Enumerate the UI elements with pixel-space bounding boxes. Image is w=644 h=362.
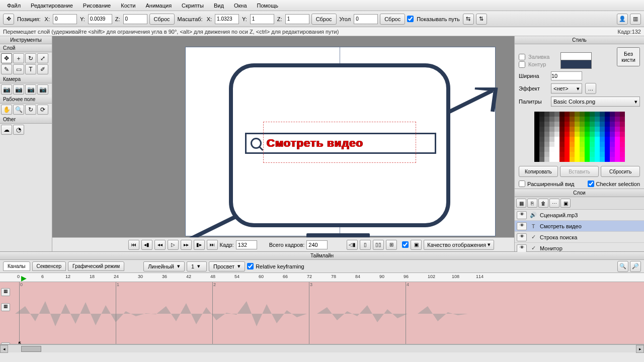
timeline-scrollbar[interactable]: ◂ ▸ <box>0 344 644 352</box>
display-quality-dropdown[interactable]: Качество отображения▾ <box>424 240 494 250</box>
scale-tool[interactable]: ⤢ <box>37 53 48 63</box>
relative-kf-check[interactable] <box>247 263 254 269</box>
timeline-tracks[interactable]: ▦ ▦ ▦ 01234 ↖ Масштабированние слоя <box>0 282 644 344</box>
total-frames-input[interactable] <box>306 240 328 249</box>
scale-reset-button[interactable]: Сброс <box>311 14 337 25</box>
other-2[interactable]: ◔ <box>13 125 24 135</box>
layer-menu-button[interactable]: ⋯ <box>549 199 559 208</box>
copy-button[interactable]: Копировать <box>519 166 558 177</box>
reset-style-button[interactable]: Сбросить <box>601 166 640 177</box>
advanced-view-check[interactable] <box>519 180 525 187</box>
play-button[interactable]: ▷ <box>168 240 179 250</box>
user-icon[interactable]: 👤 <box>617 14 628 25</box>
view-check[interactable] <box>402 241 409 248</box>
view-four[interactable]: ⊞ <box>386 240 397 250</box>
new-layer-button[interactable]: ▦ <box>516 199 526 208</box>
rewind-start-button[interactable]: ⏮ <box>128 240 139 250</box>
gap-dropdown[interactable]: Просвет▾ <box>209 261 245 272</box>
pos-x-input[interactable] <box>53 14 77 24</box>
pos-y-input[interactable] <box>88 14 112 24</box>
menu-view[interactable]: Вид <box>209 1 229 10</box>
scale-y-input[interactable] <box>250 14 274 24</box>
menu-scripts[interactable]: Скрипты <box>177 1 209 10</box>
library-icon[interactable]: ▥ <box>630 14 641 25</box>
orbit-tool[interactable]: ↻ <box>25 105 36 115</box>
playhead-icon[interactable]: ▶ <box>21 274 27 282</box>
angle-input[interactable] <box>354 14 378 24</box>
eyedrop-tool[interactable]: ✐ <box>37 64 48 74</box>
menu-anim[interactable]: Анимация <box>140 1 177 10</box>
step-dropdown[interactable]: 1▾ <box>187 261 207 272</box>
effect-dropdown[interactable]: <нет>▾ <box>551 83 582 94</box>
menu-file[interactable]: Файл <box>2 1 26 10</box>
next-key-button[interactable]: ▸▸ <box>181 240 192 250</box>
del-layer-button[interactable]: 🗑 <box>538 199 548 208</box>
layer-row[interactable]: 👁TСмотреть видео <box>515 221 644 232</box>
tab-graph[interactable]: Графический режим <box>68 261 124 271</box>
stroke-swatch[interactable] <box>560 60 592 69</box>
view-two[interactable]: ▯▯ <box>373 240 384 250</box>
move-tool[interactable]: ＋ <box>13 53 24 63</box>
menu-bones[interactable]: Кости <box>116 1 140 10</box>
showpath-checkbox[interactable] <box>407 16 414 22</box>
layer-extra-button[interactable]: ▣ <box>560 199 571 208</box>
move-icon[interactable]: ✥ <box>3 14 14 25</box>
scroll-right-button[interactable]: ▸ <box>636 345 644 353</box>
menu-edit[interactable]: Редактирование <box>26 1 78 10</box>
scroll-thumb[interactable] <box>21 346 41 352</box>
crop-button[interactable]: ▣ <box>411 240 422 250</box>
interpolation-dropdown[interactable]: Линейный▾ <box>143 261 185 272</box>
zoom-tool[interactable]: 🔍 <box>13 105 24 115</box>
cam-3[interactable]: 📷 <box>25 84 36 95</box>
paste-button[interactable]: Вставить <box>560 166 599 177</box>
tab-channels[interactable]: Каналы <box>3 261 30 271</box>
layer-row[interactable]: 👁🔊Сценарий.mp3 <box>515 210 644 221</box>
zoom-in-tl[interactable]: 🔍 <box>617 261 628 272</box>
zoom-out-tl[interactable]: 🔎 <box>630 261 641 272</box>
timeline-ruler[interactable]: ▶ 06121824303642485460667278849096102108… <box>0 273 644 282</box>
stroke-check[interactable] <box>519 61 525 68</box>
visibility-icon[interactable]: 👁 <box>517 244 527 252</box>
visibility-icon[interactable]: 👁 <box>517 233 527 241</box>
cam-1[interactable]: 📷 <box>1 84 12 95</box>
other-1[interactable]: ☁ <box>1 125 12 135</box>
color-palette[interactable] <box>534 112 625 162</box>
visibility-icon[interactable]: 👁 <box>517 211 527 219</box>
width-input[interactable] <box>551 71 582 80</box>
track-icon-2[interactable]: ▦ <box>1 303 10 311</box>
pen-tool[interactable]: ✎ <box>1 64 12 74</box>
loop-button[interactable]: ◁▮ <box>347 240 358 250</box>
effect-settings-button[interactable]: … <box>585 83 596 94</box>
track-icon-1[interactable]: ▦ <box>1 288 10 296</box>
cam-4[interactable]: 📷 <box>37 84 48 95</box>
step-fwd-button[interactable]: ▮▸ <box>194 240 205 250</box>
visibility-icon[interactable]: 👁 <box>517 222 527 230</box>
rewind-end-button[interactable]: ⏭ <box>207 240 218 250</box>
fill-check[interactable] <box>519 54 525 60</box>
menu-windows[interactable]: Окна <box>229 1 252 10</box>
rotate-tool[interactable]: ↻ <box>25 53 36 63</box>
shape-tool[interactable]: ▭ <box>13 64 24 74</box>
text-tool[interactable]: T <box>25 64 36 74</box>
transform-tool[interactable]: ✥ <box>1 53 12 63</box>
flip-v-icon[interactable]: ⇅ <box>476 14 487 25</box>
scroll-left-button[interactable]: ◂ <box>0 345 8 353</box>
palettes-dropdown[interactable]: Basic Colors.png▾ <box>551 97 640 107</box>
pos-z-input[interactable] <box>123 14 147 24</box>
prev-key-button[interactable]: ◂◂ <box>154 240 166 250</box>
step-back-button[interactable]: ◂▮ <box>141 240 152 250</box>
refresh-tool[interactable]: ⟳ <box>37 105 48 115</box>
scale-x-input[interactable] <box>215 14 239 24</box>
canvas-viewport[interactable]: Смотреть видео <box>52 36 514 237</box>
layer-row[interactable]: 👁✓Строка поиска <box>515 232 644 243</box>
menu-help[interactable]: Помощь <box>252 1 284 10</box>
dup-layer-button[interactable]: ⎘ <box>527 199 537 208</box>
pos-reset-button[interactable]: Сброс <box>149 14 175 25</box>
hand-tool[interactable]: ✋ <box>1 105 12 115</box>
cam-2[interactable]: 📷 <box>13 84 24 95</box>
angle-reset-button[interactable]: Сброс <box>380 14 405 25</box>
frame-input[interactable] <box>236 240 257 249</box>
checker-check[interactable] <box>588 180 594 187</box>
tab-sequencer[interactable]: Секвенсер <box>32 261 66 271</box>
view-single[interactable]: ▯ <box>360 240 371 250</box>
